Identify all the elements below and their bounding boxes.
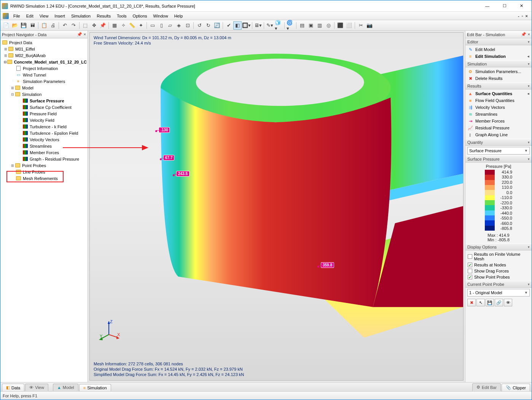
viewport[interactable]: Wind Tunnel Dimensions: Dx = 101.312 m, …: [88, 31, 465, 382]
clip-icon[interactable]: ✂: [357, 21, 365, 30]
delete-probe-button[interactable]: ✖: [467, 299, 476, 306]
edit-model[interactable]: ✎Edit Model: [465, 46, 532, 53]
section-surface-pressure[interactable]: Surface Pressure▾: [465, 156, 532, 163]
snap-icon[interactable]: ✧: [119, 21, 127, 30]
pan-icon[interactable]: ✥: [90, 21, 98, 30]
rotate-cw-icon[interactable]: ↻: [204, 21, 212, 30]
menu-tools[interactable]: Tools: [114, 13, 130, 19]
sim-params[interactable]: ⚙Simulation Parameters...: [465, 68, 532, 75]
tab-simulation[interactable]: ≡Simulation: [79, 384, 111, 391]
color-icon[interactable]: 🔲▾: [242, 21, 250, 30]
grid-icon[interactable]: ▦: [110, 21, 119, 30]
tree-item[interactable]: ⊞M01_Eiffel: [0, 46, 88, 52]
tree-item[interactable]: Velocity Vectors: [0, 136, 88, 143]
undo-icon[interactable]: ↶: [61, 21, 69, 30]
print-icon[interactable]: 🖨: [49, 21, 57, 30]
surface-quantities[interactable]: ▲Surface Quantities◂: [465, 90, 532, 97]
menu-results[interactable]: Results: [94, 13, 114, 19]
checkbox[interactable]: ✔: [468, 263, 472, 267]
fit-view-icon[interactable]: ⊡: [183, 21, 192, 30]
new-icon[interactable]: 📄: [2, 21, 10, 30]
viewport-canvas[interactable]: Wind Tunnel Dimensions: Dx = 101.312 m, …: [89, 32, 464, 381]
probe-icon[interactable]: ◎: [324, 21, 333, 30]
mdi-restore[interactable]: ▫: [522, 14, 523, 18]
tree-item[interactable]: Member Forces: [0, 149, 88, 156]
quantity-combo[interactable]: Surface Pressure▼: [467, 147, 530, 155]
link-probe-button[interactable]: 🔗: [495, 299, 503, 306]
display-option[interactable]: Results on Finite Volume Mesh: [465, 251, 532, 262]
tree-point-probes[interactable]: ⊞Point Probes: [0, 162, 88, 169]
menu-view[interactable]: View: [37, 13, 52, 19]
check-icon[interactable]: ✔: [225, 21, 233, 30]
tree-item[interactable]: Streamlines: [0, 143, 88, 149]
3d-icon[interactable]: 🧊▾: [274, 21, 283, 30]
open-icon[interactable]: 📂: [11, 21, 19, 30]
tree-surface-pressure[interactable]: Surface Pressure: [0, 97, 88, 104]
export2-icon[interactable]: ⬜: [345, 21, 353, 30]
save-probe-button[interactable]: 💾: [486, 299, 494, 306]
navigator-tree[interactable]: Project Data ⊞M01_Eiffel ⊞M02_BurjAlArab…: [0, 38, 88, 382]
checkbox[interactable]: [468, 269, 472, 273]
menu-insert[interactable]: Insert: [51, 13, 68, 19]
tree-item[interactable]: Surface Cp Coefficient: [0, 104, 88, 110]
menu-simulation[interactable]: Simulation: [68, 13, 94, 19]
menu-options[interactable]: Options: [130, 13, 150, 19]
section-probe[interactable]: Current Point Probe▾: [465, 281, 532, 288]
section-simulation[interactable]: Simulation▾: [465, 61, 532, 67]
select-icon[interactable]: ⬚: [81, 21, 89, 30]
tree-item[interactable]: ⊟Simulation: [0, 91, 88, 97]
tab-model[interactable]: ▲Model: [53, 384, 78, 391]
mdi-close[interactable]: ×: [526, 14, 528, 18]
iso-view-icon[interactable]: ◈: [175, 21, 183, 30]
menu-window[interactable]: Window: [150, 13, 171, 19]
probe-label[interactable]: 67.7: [163, 155, 174, 161]
solve-icon[interactable]: ▣: [307, 21, 315, 30]
pin-icon[interactable]: 📌: [521, 32, 526, 37]
probe-label[interactable]: 243.5: [176, 171, 190, 177]
tree-active-project[interactable]: ⊟Concrete_Model_start_01_12_20_LC: [0, 59, 88, 65]
probe-label[interactable]: .130: [159, 127, 170, 133]
results-icon[interactable]: ▥: [315, 21, 324, 30]
probe-combo[interactable]: 1 - Original Model▼: [467, 289, 530, 296]
tree-root[interactable]: Project Data: [0, 39, 88, 46]
style-icon[interactable]: ✎▾: [266, 21, 274, 30]
checkbox[interactable]: [468, 254, 472, 259]
close-button[interactable]: ✕: [513, 1, 530, 11]
display-option[interactable]: ✔Results at Nodes: [465, 262, 532, 268]
pin-icon[interactable]: 📌: [77, 32, 82, 37]
tree-mesh-refinements[interactable]: Mesh Refinements: [0, 175, 88, 182]
origin-icon[interactable]: ✦: [137, 21, 145, 30]
section-display[interactable]: Display Options▾: [465, 244, 532, 250]
tree-item[interactable]: ▭Wind Tunnel: [0, 72, 88, 78]
pin-icon[interactable]: 📌: [99, 21, 107, 30]
residual-pressure[interactable]: 📈Residual Pressure: [465, 124, 532, 131]
display-icon[interactable]: 🖥▾: [254, 21, 262, 30]
menu-edit[interactable]: Edit: [23, 13, 37, 19]
section-editor[interactable]: Editor▾: [465, 38, 532, 45]
refresh-icon[interactable]: 🔄: [213, 21, 221, 30]
tree-item[interactable]: Turbulence - Epsilon Field: [0, 130, 88, 136]
view-probe-button[interactable]: 👁: [504, 299, 512, 306]
ruler-icon[interactable]: 📏: [128, 21, 136, 30]
section-results[interactable]: Results▾: [465, 83, 532, 89]
streamlines[interactable]: ≋Streamlines: [465, 111, 532, 118]
screenshot-icon[interactable]: 📷: [365, 21, 374, 30]
probe-label[interactable]: 359.8: [321, 262, 334, 268]
menu-file[interactable]: File: [10, 13, 23, 19]
save-all-icon[interactable]: 🖬: [28, 21, 37, 30]
pick-probe-button[interactable]: ↖: [476, 299, 485, 306]
member-forces[interactable]: ⇥Member Forces: [465, 118, 532, 124]
rotate-ccw-icon[interactable]: ↺: [195, 21, 204, 30]
axis-gizmo[interactable]: Z X Y: [97, 319, 120, 342]
graph-along-line[interactable]: ⫿Graph Along Line: [465, 131, 532, 138]
tab-data[interactable]: ◧Data: [2, 384, 24, 391]
maximize-button[interactable]: ☐: [496, 1, 513, 11]
flow-field[interactable]: ■Flow Field Quantities: [465, 97, 532, 104]
export1-icon[interactable]: ⬛: [336, 21, 344, 30]
tree-line-probes[interactable]: Line Probes: [0, 169, 88, 175]
redo-icon[interactable]: ↷: [69, 21, 78, 30]
delete-results[interactable]: ✖Delete Results: [465, 75, 532, 82]
shade-icon[interactable]: ◧: [233, 21, 242, 30]
tab-view[interactable]: 👁View: [25, 384, 48, 391]
tree-item[interactable]: Turbulence - k Field: [0, 123, 88, 130]
